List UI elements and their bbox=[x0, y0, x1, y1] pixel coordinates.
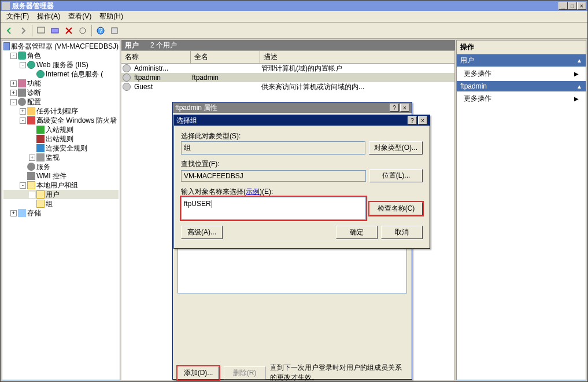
note-text: 直到下一次用户登录时对用户的组成员关系的更改才生效。 bbox=[270, 363, 407, 382]
connsec-icon bbox=[36, 144, 45, 152]
tree-wmi[interactable]: WMI 控件 bbox=[3, 171, 119, 181]
folder-icon bbox=[36, 200, 45, 208]
select-groups-titlebar[interactable]: 选择组 ? × bbox=[174, 115, 430, 126]
menu-view[interactable]: 查看(V) bbox=[65, 10, 95, 23]
location-field: VM-MACFEEDBSJ bbox=[181, 170, 366, 182]
expand-icon[interactable]: + bbox=[20, 108, 26, 115]
col-desc[interactable]: 描述 bbox=[260, 51, 455, 63]
tree-monitor[interactable]: +监视 bbox=[3, 153, 119, 162]
chevron-up-icon: ▲ bbox=[576, 57, 582, 64]
wmi-icon bbox=[27, 172, 35, 180]
tree-connsec[interactable]: 连接安全规则 bbox=[3, 144, 119, 153]
properties-title: ftpadmin 属性 bbox=[175, 103, 390, 113]
object-types-button[interactable]: 对象类型(O)... bbox=[369, 141, 423, 155]
tree-inbound[interactable]: 入站规则 bbox=[3, 125, 119, 134]
clock-icon bbox=[27, 107, 35, 115]
folder-icon bbox=[36, 190, 45, 199]
tree-webserver[interactable]: -Web 服务器 (IIS) bbox=[3, 60, 119, 69]
object-names-input[interactable]: ftpUSER bbox=[181, 197, 366, 220]
collapse-icon[interactable]: - bbox=[20, 182, 26, 189]
chevron-right-icon: ▶ bbox=[574, 71, 579, 77]
menu-file[interactable]: 文件(F) bbox=[3, 10, 32, 23]
tree-outbound[interactable]: 出站规则 bbox=[3, 134, 119, 144]
svg-point-2 bbox=[80, 28, 86, 34]
ok-button[interactable]: 确定 bbox=[336, 226, 378, 239]
window-title: 服务器管理器 bbox=[12, 1, 559, 11]
collapse-icon[interactable]: - bbox=[10, 99, 17, 105]
names-label: 输入对象名称来选择(示例)(E): bbox=[181, 187, 423, 197]
menu-help[interactable]: 帮助(H) bbox=[96, 10, 127, 23]
expand-icon[interactable]: + bbox=[29, 155, 35, 161]
roles-icon bbox=[18, 52, 26, 60]
check-names-button[interactable]: 检查名称(C) bbox=[369, 202, 423, 215]
forward-button[interactable] bbox=[17, 24, 29, 37]
config-icon bbox=[18, 98, 26, 106]
iis-icon bbox=[36, 70, 45, 78]
server-icon bbox=[3, 42, 10, 50]
user-icon bbox=[123, 74, 131, 82]
dialog-close-button[interactable]: × bbox=[400, 104, 409, 112]
locations-button[interactable]: 位置(L)... bbox=[369, 169, 423, 182]
dialog-close-button[interactable]: × bbox=[418, 116, 427, 124]
tool-icon[interactable] bbox=[49, 24, 61, 37]
collapse-icon[interactable]: - bbox=[10, 53, 17, 59]
svg-rect-0 bbox=[38, 27, 45, 33]
cancel-button[interactable]: 取消 bbox=[381, 226, 423, 239]
advanced-button[interactable]: 高级(A)... bbox=[181, 226, 223, 239]
action-more[interactable]: 更多操作▶ bbox=[457, 91, 586, 106]
example-link[interactable]: 示例 bbox=[246, 188, 260, 196]
expand-icon[interactable]: + bbox=[10, 80, 17, 87]
tool-icon[interactable] bbox=[108, 24, 121, 37]
add-button[interactable]: 添加(D)... bbox=[177, 366, 219, 380]
tree-config[interactable]: -配置 bbox=[3, 97, 119, 106]
tree-features[interactable]: +功能 bbox=[3, 79, 119, 88]
maximize-button[interactable]: □ bbox=[568, 2, 577, 10]
menu-bar: 文件(F) 操作(A) 查看(V) 帮助(H) bbox=[1, 11, 587, 23]
tree-services[interactable]: 服务 bbox=[3, 162, 119, 171]
tree-storage[interactable]: +存储 bbox=[3, 208, 119, 218]
svg-rect-5 bbox=[112, 28, 117, 34]
diag-icon bbox=[18, 89, 26, 97]
dialog-help-button[interactable]: ? bbox=[408, 116, 417, 124]
menu-action[interactable]: 操作(A) bbox=[34, 10, 64, 23]
services-icon bbox=[27, 163, 35, 171]
delete-icon[interactable] bbox=[62, 24, 75, 37]
firewall-icon bbox=[27, 116, 35, 124]
svg-text:?: ? bbox=[99, 27, 103, 35]
col-name[interactable]: 名称 bbox=[121, 51, 191, 63]
properties-titlebar[interactable]: ftpadmin 属性 ? × bbox=[173, 102, 412, 113]
tree-users[interactable]: 用户 bbox=[3, 190, 119, 199]
tree-localusers[interactable]: -本地用户和组 bbox=[3, 181, 119, 190]
collapse-icon[interactable]: - bbox=[20, 117, 26, 124]
tree-diagnostics[interactable]: +诊断 bbox=[3, 88, 119, 97]
close-button[interactable]: × bbox=[577, 2, 586, 10]
tool-icon[interactable] bbox=[35, 24, 47, 37]
expand-icon[interactable]: + bbox=[10, 210, 17, 216]
expand-icon[interactable]: + bbox=[10, 90, 17, 96]
dialog-help-button[interactable]: ? bbox=[390, 104, 399, 112]
tree-panel: 服务器管理器 (VM-MACFEEDBSJ) -角色 -Web 服务器 (IIS… bbox=[2, 40, 120, 380]
tree-root[interactable]: 服务器管理器 (VM-MACFEEDBSJ) bbox=[3, 42, 119, 51]
actions-section-ftpadmin[interactable]: ftpadmin▲ bbox=[457, 81, 586, 91]
col-fullname[interactable]: 全名 bbox=[191, 51, 260, 63]
user-icon bbox=[123, 64, 131, 72]
user-row-selected[interactable]: ftpadmin ftpadmin bbox=[121, 73, 454, 82]
tree-roles[interactable]: -角色 bbox=[3, 51, 119, 60]
tree-iis[interactable]: Internet 信息服务 ( bbox=[3, 69, 119, 79]
user-row[interactable]: Administr... 管理计算机(域)的内置帐户 bbox=[121, 64, 454, 73]
action-more[interactable]: 更多操作▶ bbox=[457, 67, 586, 81]
iis-icon bbox=[27, 61, 35, 69]
list-header: 名称 全名 描述 bbox=[121, 50, 455, 64]
tool-icon[interactable] bbox=[76, 24, 89, 37]
actions-section-users[interactable]: 用户▲ bbox=[457, 54, 586, 67]
tree-firewall[interactable]: -高级安全 Windows 防火墙 bbox=[3, 116, 119, 125]
collapse-icon[interactable]: - bbox=[20, 62, 26, 68]
help-icon[interactable]: ? bbox=[94, 24, 107, 37]
select-groups-dialog: 选择组 ? × 选择此对象类型(S): 组 对象类型(O)... 查找位置(F)… bbox=[173, 115, 430, 249]
tree-tasksched[interactable]: +任务计划程序 bbox=[3, 106, 119, 116]
monitor-icon bbox=[36, 153, 45, 161]
minimize-button[interactable]: _ bbox=[559, 2, 568, 10]
user-row[interactable]: Guest 供来宾访问计算机或访问域的内... bbox=[121, 82, 454, 91]
back-button[interactable] bbox=[3, 24, 16, 37]
tree-groups[interactable]: 组 bbox=[3, 199, 119, 208]
